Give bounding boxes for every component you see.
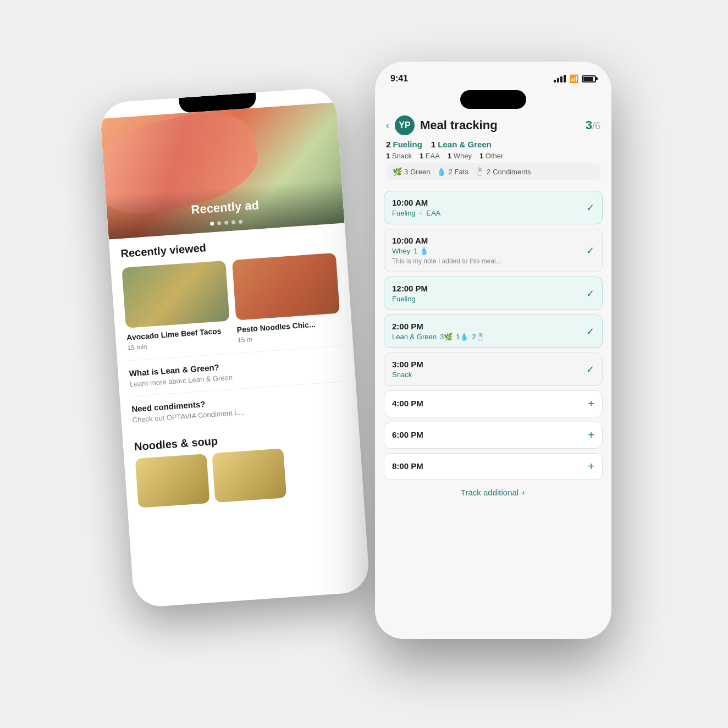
check-icon-3: ✓ xyxy=(586,326,594,338)
status-bar: 9:41 📶 xyxy=(375,62,611,88)
header-left: ‹ YP Meal tracking xyxy=(386,115,498,135)
dot-3 xyxy=(224,220,228,224)
track-additional-button[interactable]: Track additional + xyxy=(375,480,611,505)
sub-eaa: 1 EAA xyxy=(420,152,440,160)
meal-time-7: 8:00 PM xyxy=(392,461,423,471)
status-icons: 📶 xyxy=(554,74,596,83)
meal-time-0: 10:00 AM xyxy=(392,198,440,207)
tags-row: 🌿 3 Green 💧 2 Fats 🧂 2 Condiments xyxy=(386,163,600,180)
app-header: ‹ YP Meal tracking 3/6 xyxy=(375,109,611,140)
noodle-thumb-1 xyxy=(135,454,210,508)
sub-snack: 1 Snack xyxy=(386,152,412,160)
meal-time-4: 3:00 PM xyxy=(392,360,423,369)
meal-tags-3: Lean & Green 3🌿 1💧 2🧂 xyxy=(392,333,485,341)
meal-time-6: 6:00 PM xyxy=(392,430,423,439)
tag-fats: 💧 2 Fats xyxy=(437,167,468,176)
meal-slot-0[interactable]: 10:00 AM Fueling + EAA ✓ xyxy=(384,191,603,224)
meal-slot-3[interactable]: 2:00 PM Lean & Green 3🌿 1💧 2🧂 ✓ xyxy=(384,315,603,348)
plus-icon-5[interactable]: + xyxy=(588,398,594,410)
check-icon-0: ✓ xyxy=(586,202,594,214)
meal-note-1: This is my note I added to this meal... xyxy=(392,257,501,265)
noodle-thumb-2 xyxy=(212,448,286,503)
recipe-thumb-pesto xyxy=(232,253,340,321)
signal-icon xyxy=(554,75,566,82)
plus-icon-7[interactable]: + xyxy=(588,460,594,473)
meal-time-5: 4:00 PM xyxy=(392,399,423,408)
meal-slot-2[interactable]: 12:00 PM Fueling ✓ xyxy=(384,277,603,310)
check-icon-4: ✓ xyxy=(586,363,594,376)
tag-green: 🌿 3 Green xyxy=(393,167,430,176)
meal-slot-6[interactable]: 6:00 PM + xyxy=(384,422,603,449)
check-icon-2: ✓ xyxy=(586,288,594,300)
status-time: 9:41 xyxy=(390,74,408,84)
phone-front: 9:41 📶 xyxy=(375,62,611,639)
recipe-card-pesto[interactable]: Pesto Noodles Chic... 15 m xyxy=(232,253,341,344)
meal-slot-5[interactable]: 4:00 PM + xyxy=(384,390,603,417)
back-button[interactable]: ‹ xyxy=(386,120,389,131)
meal-tags-2: Fueling xyxy=(392,295,428,303)
plus-icon-6[interactable]: + xyxy=(588,429,594,442)
sub-other: 1 Other xyxy=(479,152,503,160)
dot-2 xyxy=(217,221,220,225)
hero-image: Recently ad xyxy=(100,102,344,239)
header-title: Meal tracking xyxy=(420,118,498,133)
tag-condiments: 🧂 2 Condiments xyxy=(475,167,531,176)
summary-main-row: 2 Fueling 1 Lean & Green xyxy=(386,140,600,149)
scene: Recently ad Recently viewed Avocado Lime… xyxy=(117,62,611,666)
recipe-card-tacos[interactable]: Avocado Lime Beef Tacos 15 min xyxy=(122,261,231,352)
phone-front-inner: 9:41 📶 xyxy=(375,62,611,639)
meal-list: 10:00 AM Fueling + EAA ✓ 10:00 AM xyxy=(375,191,611,480)
header-progress-total: /6 xyxy=(592,120,600,131)
phone-back: Recently ad Recently viewed Avocado Lime… xyxy=(99,87,370,608)
recipe-row: Avocado Lime Beef Tacos 15 min Pesto Noo… xyxy=(122,253,341,352)
condiments-icon: 🧂 xyxy=(475,167,484,176)
dynamic-island xyxy=(460,90,526,109)
green-icon: 🌿 xyxy=(393,167,402,176)
header-progress-current: 3 xyxy=(586,118,592,132)
meal-time-3: 2:00 PM xyxy=(392,322,485,331)
header-progress-container: 3/6 xyxy=(586,118,600,133)
meal-slot-4[interactable]: 3:00 PM Snack ✓ xyxy=(384,352,603,386)
meal-tags-0: Fueling + EAA xyxy=(392,209,440,217)
app-logo: YP xyxy=(395,115,415,135)
summary-lean-green: 1 Lean & Green xyxy=(431,140,492,149)
sub-whey: 1 Whey xyxy=(448,152,472,160)
summary-fueling: 2 Fueling xyxy=(386,140,422,149)
check-icon-1: ✓ xyxy=(586,245,594,257)
back-content: Recently viewed Avocado Lime Beef Tacos … xyxy=(109,223,364,518)
meal-tags-1: Whey 1 💧 xyxy=(392,247,501,255)
sub-items-row: 1 Snack 1 EAA 1 Whey 1 Other xyxy=(386,152,600,160)
noodles-row xyxy=(135,444,352,508)
summary-section: 2 Fueling 1 Lean & Green 1 Snack 1 xyxy=(375,140,611,191)
dot-1 xyxy=(209,222,213,225)
battery-icon xyxy=(582,75,596,82)
meal-tags-4: Snack xyxy=(392,371,423,379)
dot-4 xyxy=(231,220,235,224)
meal-time-2: 12:00 PM xyxy=(392,284,428,293)
wifi-icon: 📶 xyxy=(569,74,578,83)
meal-slot-7[interactable]: 8:00 PM + xyxy=(384,453,603,480)
meal-slot-1[interactable]: 10:00 AM Whey 1 💧 This is my note I adde… xyxy=(384,229,603,272)
meal-time-1: 10:00 AM xyxy=(392,236,501,245)
dot-5 xyxy=(238,220,242,224)
recipe-thumb-tacos xyxy=(122,261,229,328)
fats-icon: 💧 xyxy=(437,167,446,176)
